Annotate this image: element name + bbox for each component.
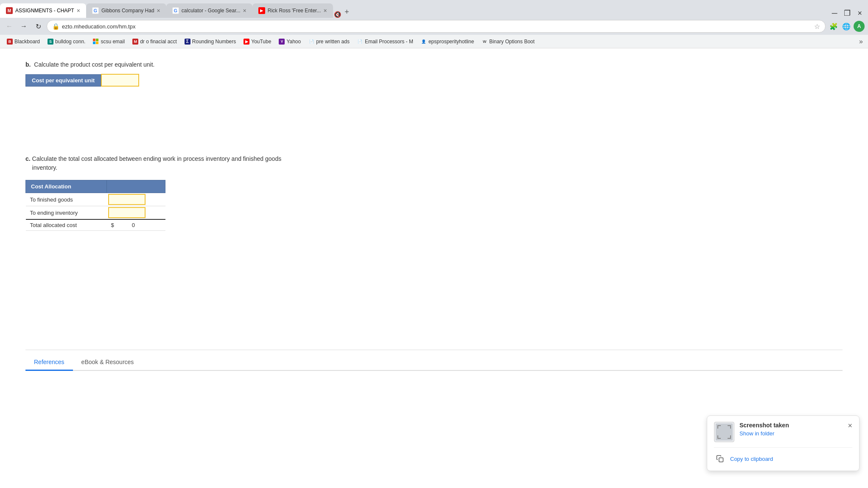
total-value: 0 [132,222,135,228]
show-in-folder-link[interactable]: Show in folder [739,430,843,437]
bookmarks-bar: B Blackboard S bulldog conn. scsu email … [0,35,868,48]
section-c: c. Calculate the total cost allocated be… [25,154,843,231]
tab-label-1: ASSIGNMENTS - CHAPT [15,8,74,14]
section-c-desc-line1: Calculate the total cost allocated betwe… [32,155,282,162]
finished-goods-input-cell [106,193,165,206]
financial-label: dr o finacial acct [140,39,177,45]
tab-gibbons[interactable]: G Gibbons Company Had × [86,3,166,18]
section-b: b. Calculate the product cost per equiva… [25,61,843,87]
cost-label-box: Cost per equivalent unit [25,74,101,87]
youtube-label: YouTube [251,39,271,45]
bookmark-yahoo[interactable]: Y Yahoo [275,38,304,45]
bulldog-label: bulldog conn. [55,39,85,45]
scsu-label: scsu email [101,39,125,45]
cost-per-unit-row: Cost per equivalent unit [25,74,843,87]
bookmark-binary[interactable]: W Binary Options Boot [478,38,538,45]
notification-thumbnail [714,422,734,442]
eps-favicon: 👤 [421,39,427,45]
tab-mute-icon[interactable]: 🔇 [334,11,341,18]
notification-close-button[interactable]: × [848,422,852,429]
binary-favicon: W [482,39,487,45]
section-c-label: c. Calculate the total cost allocated be… [25,154,843,172]
tab-favicon-4: ▶ [258,7,265,14]
svg-rect-0 [719,458,723,462]
preads-label: pre written ads [316,39,350,45]
bookmark-financial[interactable]: M dr o finacial acct [129,38,180,45]
tab-close-2[interactable]: × [157,7,160,14]
new-tab-button[interactable]: + [341,6,353,18]
ending-inventory-label: To ending inventory [26,206,107,220]
notification-header: Screenshot taken Show in folder × [714,422,852,442]
binary-label: Binary Options Boot [489,39,535,45]
tab-favicon-2: G [92,7,99,14]
table-row-total: Total allocated cost $ 0 [26,219,165,231]
notification-divider [714,447,852,448]
address-text: ezto.mheducation.com/hm.tpx [62,23,812,30]
bookmark-email[interactable]: 📄 Email Processors - M [354,38,417,45]
bookmark-scsu[interactable]: scsu email [90,38,128,45]
extension-icons: 🧩 🌐 A [828,21,865,32]
restore-button[interactable]: ❐ [841,8,853,18]
bookmark-blackboard[interactable]: B Blackboard [3,38,43,45]
extensions-button[interactable]: 🧩 [828,21,839,32]
tab-close-3[interactable]: × [243,7,246,14]
account-icon[interactable]: A [854,21,865,32]
table-header-allocation: Cost Allocation [26,180,107,193]
close-button[interactable]: × [855,9,865,18]
window-controls: ─ ❐ × [829,8,868,18]
copy-to-clipboard-label[interactable]: Copy to clipboard [730,456,773,462]
tab-ebook[interactable]: eBook & Resources [73,354,143,371]
cost-allocation-table: Cost Allocation To finished goods To end… [25,180,165,231]
bookmark-youtube[interactable]: ▶ YouTube [240,38,274,45]
tab-close-1[interactable]: × [77,7,80,14]
email-label: Email Processors - M [365,39,413,45]
address-bar-row: ← → ↻ 🔒 ezto.mheducation.com/hm.tpx ☆ 🧩 … [0,18,868,35]
section-b-description: Calculate the product cost per equivalen… [34,61,154,68]
tab-label-4: Rick Ross 'Free Enter... [268,8,321,14]
bookmarks-more-button[interactable]: » [857,38,865,45]
tab-calculator[interactable]: G calculator - Google Sear... × [166,3,252,18]
table-row-ending-inventory: To ending inventory [26,206,165,220]
tab-references[interactable]: References [25,354,73,371]
total-label: Total allocated cost [26,219,107,231]
tab-label-3: calculator - Google Sear... [182,8,241,14]
financial-favicon: M [132,39,138,45]
references-tabs: References eBook & Resources [25,354,843,371]
tab-label-2: Gibbons Company Had [101,8,154,14]
minimize-button[interactable]: ─ [829,9,840,18]
address-field[interactable]: 🔒 ezto.mheducation.com/hm.tpx ☆ [47,20,826,33]
total-value-cell: $ 0 [106,219,165,231]
total-currency: $ [111,222,114,228]
bookmark-star-icon[interactable]: ☆ [814,22,820,31]
blackboard-label: Blackboard [14,39,40,45]
bookmark-rounding[interactable]: Σ Rounding Numbers [181,38,239,45]
notification-title: Screenshot taken [739,422,843,429]
bookmark-bulldog[interactable]: S bulldog conn. [44,38,89,45]
finished-goods-input[interactable] [108,194,146,205]
blackboard-favicon: B [7,39,13,45]
tab-rickross[interactable]: ▶ Rick Ross 'Free Enter... × [252,3,333,18]
youtube-favicon: ▶ [244,39,249,45]
translate-icon[interactable]: 🌐 [841,21,852,32]
yahoo-favicon: Y [279,39,285,45]
table-header-empty [106,180,165,193]
tab-close-4[interactable]: × [323,7,327,14]
bookmark-preads[interactable]: 📄 pre written ads [305,38,353,45]
refresh-button[interactable]: ↻ [32,20,44,32]
bookmark-eps[interactable]: 👤 epsprosperityhotline [417,38,477,45]
scsu-favicon [93,39,99,45]
copy-to-clipboard-row[interactable]: Copy to clipboard [714,453,852,465]
cost-per-unit-input[interactable] [101,74,139,87]
spacer-1 [25,104,843,154]
table-row-finished-goods: To finished goods [26,193,165,206]
section-b-label: b. Calculate the product cost per equiva… [25,61,843,68]
forward-button[interactable]: → [18,20,30,32]
tab-assignments[interactable]: M ASSIGNMENTS - CHAPT × [0,3,86,18]
section-c-letter: c. [25,155,31,162]
section-b-letter: b. [25,61,31,68]
notification-info: Screenshot taken Show in folder [739,422,843,438]
back-button[interactable]: ← [3,20,15,32]
ending-inventory-input[interactable] [108,207,146,218]
email-favicon: 📄 [357,39,363,45]
finished-goods-label: To finished goods [26,193,107,206]
